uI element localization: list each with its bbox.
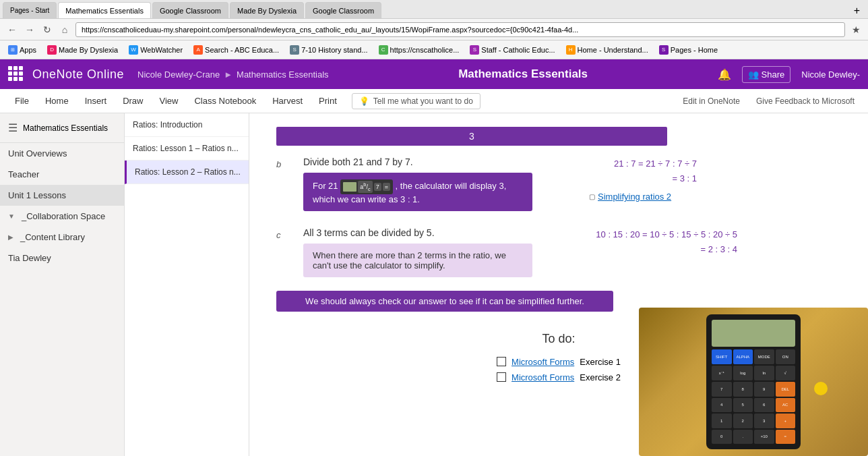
ribbon-insert[interactable]: Insert [78, 92, 114, 110]
calc-device: SHIFT ALPHA MODE ON x⁻¹ log ln √ 7 8 9 D… [706, 314, 801, 449]
bookmark-dyslexia[interactable]: D Made By Dyslexia [44, 44, 121, 56]
checkbox-2[interactable] [497, 372, 506, 382]
ribbon-view[interactable]: View [153, 92, 185, 110]
section-b-formula: 21 : 7 = 21 ÷ 7 : 7 ÷ 7 = 3 : 1 [549, 156, 697, 186]
breadcrumb-arrow: ► [224, 69, 232, 80]
dyslexia-icon: D [47, 45, 57, 55]
hamburger-icon[interactable]: ☰ [5, 119, 20, 137]
edit-onenote-btn[interactable]: Edit in OneNote [677, 94, 745, 109]
bookmark-history[interactable]: S 7-10 History stand... [287, 44, 370, 56]
calc-buttons-grid: SHIFT ALPHA MODE ON x⁻¹ log ln √ 7 8 9 D… [712, 349, 795, 444]
ribbon-class-notebook[interactable]: Class Notebook [187, 92, 263, 110]
bookmark-home[interactable]: H Home - Understand... [563, 44, 651, 56]
section-c-label: c [276, 227, 287, 240]
bookmark-staff[interactable]: S Staff - Catholic Educ... [467, 44, 557, 56]
tell-me-box[interactable]: 💡 Tell me what you want to do [352, 93, 480, 109]
main-container: ☰ 🔍 Unit Overviews Teacher Unit 1 Lesson… [0, 113, 868, 456]
tab-google-classroom-1[interactable]: Google Classroom [152, 2, 228, 18]
share-button[interactable]: 👥 Share [742, 66, 791, 83]
tab-pages-start[interactable]: Pages - Start [3, 2, 57, 18]
browser-tabs: Pages - Start Mathematics Essentials Goo… [0, 0, 868, 19]
ribbon-right-actions: Edit in OneNote Give Feedback to Microso… [677, 94, 860, 109]
sidebar-label-unit1: Unit 1 Lessons [8, 190, 66, 200]
section-c-heading: All 3 terms can be divided by 5. [303, 227, 532, 238]
ribbon-home[interactable]: Home [38, 92, 75, 110]
tab-google-classroom-2[interactable]: Google Classroom [305, 2, 381, 18]
new-tab-button[interactable]: + [848, 3, 865, 18]
sidebar-label-content: _Content Library [20, 232, 85, 242]
calc-before-text: For 21 [313, 181, 338, 191]
user-name[interactable]: Nicole Dewley- [801, 69, 860, 80]
note-item-ratios-lesson2[interactable]: Ratios: Lesson 2 – Ratios n... [125, 161, 249, 184]
section-b-heading: Divide both 21 and 7 by 7. [303, 156, 532, 167]
onenote-app-title: OneNote Online [32, 67, 124, 82]
give-feedback-btn[interactable]: Give Feedback to Microsoft [751, 94, 860, 109]
content-area: 3 b Divide both 21 and 7 by 7. For 21 ab… [249, 113, 868, 456]
bookmark-apps[interactable]: ⊞ Apps [5, 44, 39, 56]
apps-icon: ⊞ [8, 45, 18, 55]
star-button[interactable]: ★ [849, 23, 863, 36]
home-button[interactable]: ⌂ [58, 23, 71, 36]
lightbulb-icon: 💡 [359, 96, 369, 106]
sidebar-item-tia[interactable]: Tia Dewley [0, 248, 124, 268]
ms-forms-link-2[interactable]: Microsoft Forms [512, 372, 574, 382]
pages-icon: S [659, 45, 669, 55]
sidebar-label-tia: Tia Dewley [8, 253, 51, 263]
bell-icon[interactable]: 🔔 [718, 68, 731, 81]
bookmark-webwatcher[interactable]: W WebWatcher [126, 44, 185, 56]
note-item-ratios-lesson1[interactable]: Ratios: Lesson 1 – Ratios n... [125, 137, 249, 161]
section-c-right: 10 : 15 : 20 = 10 ÷ 5 : 15 ÷ 5 : 20 ÷ 5 … [549, 227, 737, 257]
expand-icon-content: ▶ [8, 233, 13, 241]
sidebar-item-content-library[interactable]: ▶ _Content Library [0, 227, 124, 248]
ribbon-print[interactable]: Print [312, 92, 344, 110]
bookmark-pages[interactable]: S Pages - Home [656, 44, 720, 56]
share-icon: 👥 [748, 69, 759, 80]
ribbon-file[interactable]: File [8, 92, 36, 110]
tab-made-by-dyslexia[interactable]: Made By Dyslexia [230, 2, 304, 18]
waffle-icon[interactable] [8, 66, 24, 82]
inline-calc-eq: = [383, 183, 390, 191]
cursor-highlight [814, 382, 828, 395]
notes-panel: Ratios: Introduction Ratios: Lesson 1 – … [125, 113, 249, 456]
top-number: 3 [469, 131, 474, 142]
sidebar-label-unit-overviews: Unit Overviews [8, 148, 67, 159]
ribbon-draw[interactable]: Draw [116, 92, 150, 110]
section-b-block: b Divide both 21 and 7 by 7. For 21 ab/c… [276, 156, 841, 211]
refresh-button[interactable]: ↻ [40, 23, 54, 36]
sidebar-item-teacher[interactable]: Teacher [0, 164, 124, 185]
link-icon: ▢ [589, 193, 595, 200]
section-b-left: Divide both 21 and 7 by 7. For 21 ab/c 7… [303, 156, 532, 211]
sidebar: ☰ 🔍 Unit Overviews Teacher Unit 1 Lesson… [0, 113, 125, 456]
onenote-header: OneNote Online Nicole Dewley-Crane ► Mat… [0, 59, 868, 89]
tab-mathematics-essentials[interactable]: Mathematics Essentials [58, 2, 151, 18]
section-c-block: c All 3 terms can be divided by 5. When … [276, 227, 841, 277]
note-item-ratios-intro[interactable]: Ratios: Introduction [125, 113, 249, 137]
address-bar[interactable] [75, 22, 845, 37]
ribbon: File Home Insert Draw View Class Noteboo… [0, 89, 868, 113]
sidebar-item-unit-overviews[interactable]: Unit Overviews [0, 143, 124, 164]
checkbox-1[interactable] [497, 357, 506, 366]
calc-screen [712, 320, 795, 347]
home-bookmark-icon: H [566, 45, 576, 55]
bookmark-search[interactable]: A Search - ABC Educa... [191, 44, 282, 56]
tell-me-label: Tell me what you want to do [373, 96, 473, 106]
ms-forms-link-1[interactable]: Microsoft Forms [512, 357, 574, 367]
bookmarks-bar: ⊞ Apps D Made By Dyslexia W WebWatcher A… [0, 40, 868, 59]
webwatcher-icon: W [129, 45, 138, 55]
inline-calc-screen [343, 182, 356, 192]
breadcrumb-notebook[interactable]: Mathematics Essentials [237, 69, 329, 80]
forward-button[interactable]: → [23, 23, 36, 36]
staff-icon: S [470, 45, 479, 55]
sidebar-item-unit1-lessons[interactable]: Unit 1 Lessons [0, 185, 124, 206]
bookmark-cns[interactable]: C https://cnscatholice... [376, 44, 462, 56]
sidebar-search-bar: ☰ 🔍 [0, 113, 124, 143]
sidebar-item-collaboration[interactable]: ▼ _Collaboration Space [0, 206, 124, 227]
breadcrumb-user[interactable]: Nicole Dewley-Crane [137, 69, 220, 80]
sidebar-search-input[interactable] [23, 123, 124, 133]
ribbon-harvest[interactable]: Harvest [266, 92, 309, 110]
inline-calc: ab/c 7 = [340, 179, 393, 194]
todo-suffix-1: Exercise 1 [580, 357, 621, 367]
back-button[interactable]: ← [5, 23, 19, 36]
simplifying-ratios-link[interactable]: Simplifying ratios 2 [598, 192, 671, 202]
calculator-image: SHIFT ALPHA MODE ON x⁻¹ log ln √ 7 8 9 D… [639, 308, 868, 456]
